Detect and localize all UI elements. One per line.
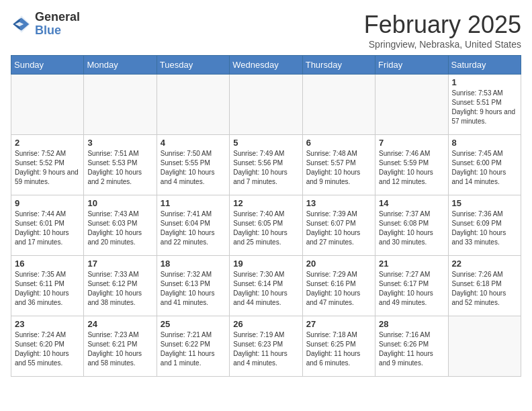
calendar-cell: 18Sunrise: 7:32 AM Sunset: 6:13 PM Dayli… [157,256,229,316]
day-info: Sunrise: 7:46 AM Sunset: 5:59 PM Dayligh… [379,149,444,187]
calendar-cell [84,75,157,135]
calendar-cell [230,75,302,135]
calendar-cell: 21Sunrise: 7:27 AM Sunset: 6:17 PM Dayli… [375,256,448,316]
day-number: 9 [15,198,80,208]
calendar-cell [157,75,229,135]
calendar-cell: 23Sunrise: 7:24 AM Sunset: 6:20 PM Dayli… [11,316,84,377]
day-info: Sunrise: 7:41 AM Sunset: 6:04 PM Dayligh… [161,210,226,247]
day-number: 5 [233,138,298,148]
weekday-header-friday: Friday [375,56,448,75]
day-number: 23 [15,319,80,329]
calendar-cell: 3Sunrise: 7:51 AM Sunset: 5:53 PM Daylig… [84,135,157,195]
weekday-header-tuesday: Tuesday [157,56,229,75]
week-row-1: 1Sunrise: 7:53 AM Sunset: 5:51 PM Daylig… [11,75,521,135]
day-number: 25 [161,319,226,329]
day-info: Sunrise: 7:30 AM Sunset: 6:14 PM Dayligh… [233,270,298,308]
day-number: 11 [161,198,226,208]
weekday-header-monday: Monday [84,56,157,75]
page-header: General Blue February 2025 Springview, N… [11,11,521,50]
calendar-subtitle: Springview, Nebraska, United States [364,39,521,50]
week-row-3: 9Sunrise: 7:44 AM Sunset: 6:01 PM Daylig… [11,195,521,256]
weekday-header-wednesday: Wednesday [230,56,302,75]
week-row-2: 2Sunrise: 7:52 AM Sunset: 5:52 PM Daylig… [11,135,521,195]
calendar-cell: 8Sunrise: 7:45 AM Sunset: 6:00 PM Daylig… [448,135,521,195]
day-number: 20 [306,259,371,269]
day-info: Sunrise: 7:23 AM Sunset: 6:21 PM Dayligh… [87,330,152,368]
day-info: Sunrise: 7:52 AM Sunset: 5:52 PM Dayligh… [15,149,80,187]
day-info: Sunrise: 7:24 AM Sunset: 6:20 PM Dayligh… [15,330,80,368]
day-number: 14 [379,198,444,208]
weekday-header-thursday: Thursday [302,56,375,75]
calendar-cell: 13Sunrise: 7:39 AM Sunset: 6:07 PM Dayli… [302,195,375,256]
day-number: 17 [87,259,152,269]
calendar-cell [302,75,375,135]
day-number: 3 [87,138,152,148]
day-info: Sunrise: 7:49 AM Sunset: 5:56 PM Dayligh… [233,149,298,187]
calendar-cell: 25Sunrise: 7:21 AM Sunset: 6:22 PM Dayli… [157,316,229,377]
day-number: 28 [379,319,444,329]
calendar-cell: 6Sunrise: 7:48 AM Sunset: 5:57 PM Daylig… [302,135,375,195]
calendar-cell [448,316,521,377]
calendar-title: February 2025 [364,11,521,39]
calendar-cell: 14Sunrise: 7:37 AM Sunset: 6:08 PM Dayli… [375,195,448,256]
day-number: 26 [233,319,298,329]
day-info: Sunrise: 7:53 AM Sunset: 5:51 PM Dayligh… [452,89,517,126]
calendar-cell: 28Sunrise: 7:16 AM Sunset: 6:26 PM Dayli… [375,316,448,377]
day-number: 18 [161,259,226,269]
day-number: 15 [452,198,517,208]
day-info: Sunrise: 7:29 AM Sunset: 6:16 PM Dayligh… [306,270,371,308]
day-info: Sunrise: 7:45 AM Sunset: 6:00 PM Dayligh… [452,149,517,187]
day-info: Sunrise: 7:19 AM Sunset: 6:23 PM Dayligh… [233,330,298,368]
day-info: Sunrise: 7:33 AM Sunset: 6:12 PM Dayligh… [87,270,152,308]
day-info: Sunrise: 7:27 AM Sunset: 6:17 PM Dayligh… [379,270,444,308]
day-number: 8 [452,138,517,148]
calendar-cell: 24Sunrise: 7:23 AM Sunset: 6:21 PM Dayli… [84,316,157,377]
day-info: Sunrise: 7:16 AM Sunset: 6:26 PM Dayligh… [379,330,444,368]
day-info: Sunrise: 7:51 AM Sunset: 5:53 PM Dayligh… [87,149,152,187]
calendar-cell: 19Sunrise: 7:30 AM Sunset: 6:14 PM Dayli… [230,256,302,316]
day-number: 2 [15,138,80,148]
calendar-cell: 17Sunrise: 7:33 AM Sunset: 6:12 PM Dayli… [84,256,157,316]
calendar-cell: 11Sunrise: 7:41 AM Sunset: 6:04 PM Dayli… [157,195,229,256]
calendar-cell: 20Sunrise: 7:29 AM Sunset: 6:16 PM Dayli… [302,256,375,316]
day-info: Sunrise: 7:50 AM Sunset: 5:55 PM Dayligh… [161,149,226,187]
calendar-cell [11,75,84,135]
day-info: Sunrise: 7:44 AM Sunset: 6:01 PM Dayligh… [15,210,80,247]
logo-line2: Blue [35,24,80,38]
calendar-cell: 27Sunrise: 7:18 AM Sunset: 6:25 PM Dayli… [302,316,375,377]
day-info: Sunrise: 7:48 AM Sunset: 5:57 PM Dayligh… [306,149,371,187]
day-number: 1 [452,77,517,87]
calendar-table: SundayMondayTuesdayWednesdayThursdayFrid… [11,55,521,377]
title-block: February 2025 Springview, Nebraska, Unit… [364,11,521,50]
day-number: 6 [306,138,371,148]
calendar-cell: 12Sunrise: 7:40 AM Sunset: 6:05 PM Dayli… [230,195,302,256]
day-number: 16 [15,259,80,269]
calendar-cell: 9Sunrise: 7:44 AM Sunset: 6:01 PM Daylig… [11,195,84,256]
day-number: 12 [233,198,298,208]
day-info: Sunrise: 7:26 AM Sunset: 6:18 PM Dayligh… [452,270,517,308]
day-number: 24 [87,319,152,329]
calendar-cell: 4Sunrise: 7:50 AM Sunset: 5:55 PM Daylig… [157,135,229,195]
day-info: Sunrise: 7:21 AM Sunset: 6:22 PM Dayligh… [161,330,226,368]
day-info: Sunrise: 7:32 AM Sunset: 6:13 PM Dayligh… [161,270,226,308]
weekday-header-sunday: Sunday [11,56,84,75]
day-info: Sunrise: 7:35 AM Sunset: 6:11 PM Dayligh… [15,270,80,308]
day-number: 10 [87,198,152,208]
calendar-cell: 10Sunrise: 7:43 AM Sunset: 6:03 PM Dayli… [84,195,157,256]
calendar-cell: 1Sunrise: 7:53 AM Sunset: 5:51 PM Daylig… [448,75,521,135]
day-number: 13 [306,198,371,208]
weekday-header-saturday: Saturday [448,56,521,75]
logo-line1: General [35,11,80,24]
calendar-cell: 15Sunrise: 7:36 AM Sunset: 6:09 PM Dayli… [448,195,521,256]
calendar-cell: 16Sunrise: 7:35 AM Sunset: 6:11 PM Dayli… [11,256,84,316]
day-number: 27 [306,319,371,329]
day-number: 4 [161,138,226,148]
day-info: Sunrise: 7:18 AM Sunset: 6:25 PM Dayligh… [306,330,371,368]
calendar-cell: 5Sunrise: 7:49 AM Sunset: 5:56 PM Daylig… [230,135,302,195]
day-info: Sunrise: 7:37 AM Sunset: 6:08 PM Dayligh… [379,210,444,247]
day-info: Sunrise: 7:43 AM Sunset: 6:03 PM Dayligh… [87,210,152,247]
calendar-cell: 2Sunrise: 7:52 AM Sunset: 5:52 PM Daylig… [11,135,84,195]
day-number: 22 [452,259,517,269]
logo: General Blue [11,11,80,38]
calendar-cell: 26Sunrise: 7:19 AM Sunset: 6:23 PM Dayli… [230,316,302,377]
